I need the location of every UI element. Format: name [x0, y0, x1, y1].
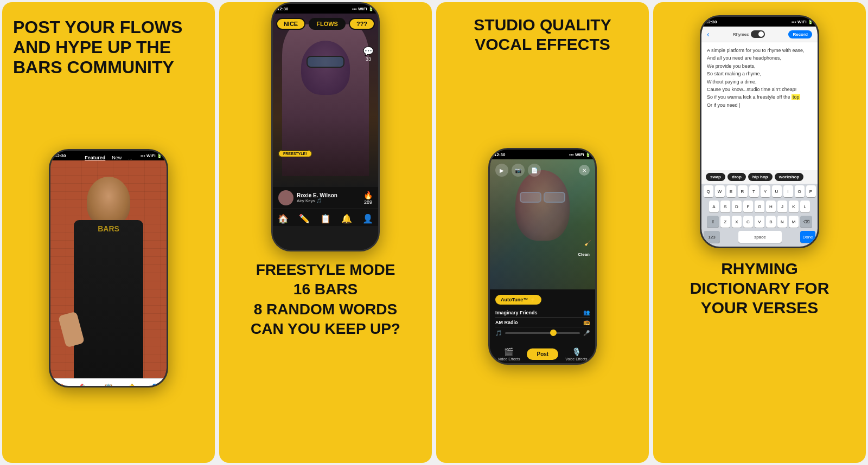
panel-2-headline: FREESTYLE MODE 16 BARS 8 RANDOM WORDS CA…	[251, 260, 400, 339]
panel-4-screen: ‹ Rhymes Record A simple platform for yo…	[701, 27, 818, 248]
back-button[interactable]: ‹	[707, 30, 710, 38]
post-button[interactable]: Post	[527, 348, 558, 360]
panel-1-headline: POST YOUR FLOWS AND HYPE UP THE BARS COM…	[13, 17, 182, 82]
voice-effects-btn[interactable]: 🎙️ Voice Effects	[565, 347, 587, 361]
panel-3-bottom-controls: AutoTune™ ⚡ Imaginary Friends 👥 AM Radio…	[490, 289, 595, 343]
close-btn[interactable]: ✕	[579, 165, 590, 176]
panel-2-avatar	[278, 190, 293, 205]
status-bar-2: 12:30 ▪▪▪ WiFi 🔋	[273, 4, 378, 14]
rhyme-pills: swap drop hip hop workshop	[701, 170, 818, 184]
effect-row-1[interactable]: Imaginary Friends 👥	[495, 308, 590, 318]
keyboard-row-1: Q W E R T Y U I O P	[701, 184, 818, 199]
panel-2-comment: 💬 33	[363, 46, 374, 62]
rhyme-pill-swap[interactable]: swap	[706, 173, 725, 181]
panel-2-bottom-nav: 🏠 ✏️ 📋 🔔 👤	[273, 209, 378, 226]
panel-2-phone: 12:30 ▪▪▪ WiFi 🔋 NICE FLOWS ???	[271, 2, 380, 251]
panel-3-phone: 12:30 ▪▪▪ WiFi 🔋	[488, 148, 597, 365]
panel-2-user-info: Roxie E. Wilson Airy Keys 🎵 🔥 289	[273, 187, 378, 209]
effect-row-2[interactable]: AM Radio 📻	[495, 318, 590, 327]
page-container: POST YOUR FLOWS AND HYPE UP THE BARS COM…	[0, 0, 868, 465]
panel-4-headline: RHYMING DICTIONARY FOR YOUR VERSES	[690, 259, 829, 318]
panel-4: 12:30 ▪▪▪ WiFi 🔋 ‹ Rhymes Record	[653, 2, 866, 463]
panel-4-header: ‹ Rhymes Record	[701, 27, 818, 42]
panel-3-post-area: 🎬 Video Effects Post 🎙️ Voice Effects	[490, 343, 595, 365]
freestyle-badge: FREESTYLE!	[278, 147, 312, 157]
rhyme-pill-workshop[interactable]: workshop	[775, 173, 804, 181]
panel-1-phone-container: 12:30 ▪▪▪ WiFi 🔋 Featured New ...	[13, 89, 204, 448]
audio-slider[interactable]: 🎵 🎤	[495, 327, 590, 339]
done-key[interactable]: Done	[800, 231, 815, 243]
keyboard-row-3: ⇧ Z X C V B N M ⌫	[701, 214, 818, 229]
panel-2: 12:30 ▪▪▪ WiFi 🔋 NICE FLOWS ???	[219, 2, 432, 463]
panel-4-keyboard: Q W E R T Y U I O P A	[701, 184, 818, 248]
record-button[interactable]: Record	[788, 30, 812, 38]
panel-1-screen: Featured New ... BARS	[50, 160, 167, 388]
clean-label: Clean	[578, 252, 590, 257]
autotune-button[interactable]: AutoTune™ ⚡	[495, 295, 541, 305]
delete-key[interactable]: ⌫	[800, 216, 812, 228]
panel-2-video: NICE FLOWS ??? 💬 33	[273, 14, 378, 187]
panel-3-headline: STUDIO QUALITY VOCAL EFFECTS	[474, 15, 611, 54]
keyboard-action-row: 123 space Done	[701, 229, 818, 244]
panel-3-controls: ▶ 📷 📄 ✕	[490, 164, 595, 177]
numbers-key[interactable]: 123	[704, 231, 720, 243]
panel-2-phone-wrapper: 12:30 ▪▪▪ WiFi 🔋 NICE FLOWS ???	[230, 2, 421, 251]
rhyme-pill-drop[interactable]: drop	[727, 173, 746, 181]
keyboard-row-2: A S D F G H J K L	[701, 199, 818, 214]
video-effects-btn[interactable]: 🎬 Video Effects	[497, 347, 520, 361]
panel-2-tags: NICE FLOWS ???	[273, 18, 378, 30]
panel-4-lyrics: A simple platform for you to rhyme with …	[701, 42, 818, 170]
panel-3-video: ▶ 📷 📄 ✕ Clean 🧹	[490, 159, 595, 289]
rhymes-toggle[interactable]: Rhymes	[733, 30, 765, 38]
panel-1-bottom-nav: 🏠 ✏️ 📋 🔔 👤	[50, 378, 167, 388]
panel-3-screen: ▶ 📷 📄 ✕ Clean 🧹 AutoTune™	[490, 159, 595, 365]
panel-3: STUDIO QUALITY VOCAL EFFECTS 12:30 ▪▪▪ W…	[436, 2, 649, 463]
shift-key[interactable]: ⇧	[707, 216, 719, 228]
keyboard-emoji-row: 😊 🎤	[701, 244, 818, 248]
rhyme-pill-hiphop[interactable]: hip hop	[748, 173, 773, 181]
panel-1-phone: 12:30 ▪▪▪ WiFi 🔋 Featured New ...	[49, 149, 168, 388]
panel-1-headline-text: POST YOUR FLOWS AND HYPE UP THE BARS COM…	[13, 17, 182, 77]
panel-2-screen: NICE FLOWS ??? 💬 33	[273, 14, 378, 251]
panel-1: POST YOUR FLOWS AND HYPE UP THE BARS COM…	[2, 2, 215, 463]
status-bar-4: 12:30 ▪▪▪ WiFi 🔋	[701, 17, 818, 27]
panel-4-phone: 12:30 ▪▪▪ WiFi 🔋 ‹ Rhymes Record	[700, 15, 819, 248]
space-key[interactable]: space	[738, 231, 782, 243]
panel-1-video: BARS	[50, 160, 167, 378]
highlighted-word: top	[792, 94, 801, 100]
status-bar-3: 12:30 ▪▪▪ WiFi 🔋	[490, 150, 595, 159]
